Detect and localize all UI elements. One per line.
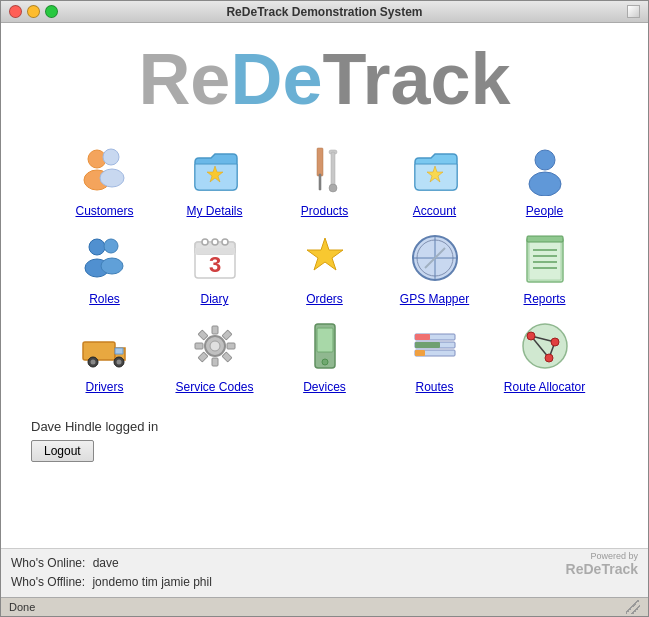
svg-rect-49 bbox=[198, 330, 208, 340]
nav-item-people[interactable]: People bbox=[495, 135, 595, 223]
reports-label[interactable]: Reports bbox=[523, 292, 565, 306]
logo-de: De bbox=[230, 39, 322, 119]
svg-rect-51 bbox=[198, 352, 208, 362]
nav-item-route-allocator[interactable]: Route Allocator bbox=[495, 311, 595, 399]
service-codes-icon bbox=[185, 316, 245, 376]
main-content: ReDeTrack bbox=[1, 23, 648, 597]
svg-point-22 bbox=[222, 239, 228, 245]
svg-rect-46 bbox=[212, 358, 218, 366]
nav-item-products[interactable]: Products bbox=[275, 135, 375, 223]
svg-point-44 bbox=[210, 341, 220, 351]
people-icon bbox=[515, 140, 575, 200]
logo-track: Track bbox=[322, 39, 510, 119]
svg-rect-61 bbox=[415, 350, 425, 356]
routes-label[interactable]: Routes bbox=[415, 380, 453, 394]
bottom-area: Powered by ReDeTrack Who's Online: dave … bbox=[1, 548, 648, 597]
nav-item-diary[interactable]: 3 Diary bbox=[165, 223, 265, 311]
nav-item-customers[interactable]: Customers bbox=[55, 135, 155, 223]
who-offline-area: Who's Offline: jondemo tim jamie phil bbox=[11, 573, 638, 592]
nav-grid: Customers My Details bbox=[1, 125, 648, 409]
who-online-label: Who's Online: bbox=[11, 556, 85, 570]
customers-icon bbox=[75, 140, 135, 200]
svg-rect-60 bbox=[415, 342, 440, 348]
account-icon bbox=[405, 140, 465, 200]
svg-rect-48 bbox=[227, 343, 235, 349]
svg-point-13 bbox=[89, 239, 105, 255]
maximize-button[interactable] bbox=[45, 5, 58, 18]
svg-rect-47 bbox=[195, 343, 203, 349]
svg-rect-38 bbox=[83, 342, 115, 360]
svg-rect-59 bbox=[415, 334, 430, 340]
status-bar: Done bbox=[1, 597, 648, 616]
resize-handle bbox=[627, 5, 640, 18]
svg-rect-37 bbox=[527, 236, 563, 242]
who-online-users: dave bbox=[93, 556, 119, 570]
window: ReDeTrack Demonstration System ReDeTrack bbox=[0, 0, 649, 617]
logout-button[interactable]: Logout bbox=[31, 440, 94, 462]
svg-rect-45 bbox=[212, 326, 218, 334]
svg-point-16 bbox=[101, 258, 123, 274]
route-allocator-label[interactable]: Route Allocator bbox=[504, 380, 585, 394]
service-codes-label[interactable]: Service Codes bbox=[175, 380, 253, 394]
svg-point-67 bbox=[551, 338, 559, 346]
status-bar-resize[interactable] bbox=[626, 600, 640, 614]
svg-point-3 bbox=[100, 169, 124, 187]
status-area: Dave Hindle logged in Logout bbox=[1, 409, 648, 472]
nav-item-gps-mapper[interactable]: GPS Mapper bbox=[385, 223, 485, 311]
devices-label[interactable]: Devices bbox=[303, 380, 346, 394]
route-allocator-icon bbox=[515, 316, 575, 376]
nav-item-orders[interactable]: Orders bbox=[275, 223, 375, 311]
svg-point-7 bbox=[329, 184, 337, 192]
svg-rect-6 bbox=[331, 152, 335, 188]
who-online-area: Who's Online: dave bbox=[11, 554, 638, 573]
svg-point-11 bbox=[535, 150, 555, 170]
svg-rect-8 bbox=[317, 148, 323, 176]
title-bar: ReDeTrack Demonstration System bbox=[1, 1, 648, 23]
svg-point-62 bbox=[523, 324, 567, 368]
minimize-button[interactable] bbox=[27, 5, 40, 18]
svg-rect-9 bbox=[319, 174, 321, 190]
products-label[interactable]: Products bbox=[301, 204, 348, 218]
svg-rect-32 bbox=[529, 240, 561, 280]
nav-item-roles[interactable]: Roles bbox=[55, 223, 155, 311]
who-offline-users: jondemo tim jamie phil bbox=[92, 575, 211, 589]
nav-row-2: Roles bbox=[55, 223, 595, 311]
nav-item-devices[interactable]: Devices bbox=[275, 311, 375, 399]
nav-row-3: Drivers bbox=[55, 311, 595, 399]
customers-label[interactable]: Customers bbox=[75, 204, 133, 218]
who-offline-label: Who's Offline: bbox=[11, 575, 85, 589]
routes-icon bbox=[405, 316, 465, 376]
svg-rect-54 bbox=[317, 328, 333, 352]
svg-point-66 bbox=[527, 332, 535, 340]
devices-icon bbox=[295, 316, 355, 376]
nav-item-routes[interactable]: Routes bbox=[385, 311, 485, 399]
drivers-label[interactable]: Drivers bbox=[86, 380, 124, 394]
reports-icon bbox=[515, 228, 575, 288]
svg-point-68 bbox=[545, 354, 553, 362]
roles-label[interactable]: Roles bbox=[89, 292, 120, 306]
nav-item-my-details[interactable]: My Details bbox=[165, 135, 265, 223]
nav-item-drivers[interactable]: Drivers bbox=[55, 311, 155, 399]
orders-label[interactable]: Orders bbox=[306, 292, 343, 306]
people-label[interactable]: People bbox=[526, 204, 563, 218]
svg-marker-24 bbox=[307, 238, 343, 270]
roles-icon bbox=[75, 228, 135, 288]
logo-area: ReDeTrack bbox=[1, 23, 648, 125]
diary-label[interactable]: Diary bbox=[200, 292, 228, 306]
powered-by: Powered by ReDeTrack bbox=[566, 551, 638, 577]
close-button[interactable] bbox=[9, 5, 22, 18]
svg-point-21 bbox=[212, 239, 218, 245]
svg-rect-50 bbox=[222, 330, 232, 340]
gps-mapper-label[interactable]: GPS Mapper bbox=[400, 292, 469, 306]
nav-item-reports[interactable]: Reports bbox=[495, 223, 595, 311]
svg-point-15 bbox=[104, 239, 118, 253]
my-details-label[interactable]: My Details bbox=[186, 204, 242, 218]
account-label[interactable]: Account bbox=[413, 204, 456, 218]
my-details-icon bbox=[185, 140, 245, 200]
nav-item-service-codes[interactable]: Service Codes bbox=[165, 311, 265, 399]
svg-point-12 bbox=[529, 172, 561, 196]
orders-icon bbox=[295, 228, 355, 288]
svg-point-55 bbox=[322, 359, 328, 365]
nav-item-account[interactable]: Account bbox=[385, 135, 485, 223]
svg-rect-52 bbox=[222, 352, 232, 362]
